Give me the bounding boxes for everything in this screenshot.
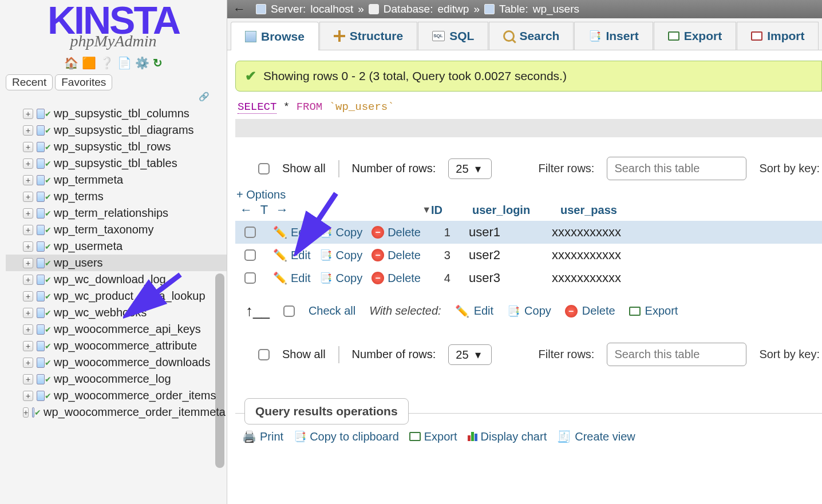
tree-item-wp_woocommerce_attribute[interactable]: +✔wp_woocommerce_attribute bbox=[6, 338, 227, 354]
tab-sql[interactable]: SQL bbox=[418, 22, 488, 50]
check-all-label[interactable]: Check all bbox=[309, 304, 355, 318]
tree-item-wp_woocommerce_log[interactable]: +✔wp_woocommerce_log bbox=[6, 371, 227, 387]
tab-browse[interactable]: Browse bbox=[231, 22, 319, 50]
chart-icon bbox=[468, 432, 477, 441]
reload-icon[interactable]: ↻ bbox=[153, 56, 163, 70]
tree-item-wp_term_relationships[interactable]: +✔wp_term_relationships bbox=[6, 205, 227, 221]
delete-action[interactable]: –Delete bbox=[372, 272, 421, 285]
tree-item-wp_supsystic_tbl_diagrams[interactable]: +✔wp_supsystic_tbl_diagrams bbox=[6, 122, 227, 138]
expand-icon[interactable]: + bbox=[23, 324, 33, 335]
copy-action[interactable]: 📑Copy bbox=[319, 226, 362, 239]
tree-item-wp_woocommerce_order_items[interactable]: +✔wp_woocommerce_order_items bbox=[6, 387, 227, 404]
tree-item-wp_woocommerce_downloads[interactable]: +✔wp_woocommerce_downloads bbox=[6, 354, 227, 371]
tree-item-wp_supsystic_tbl_tables[interactable]: +✔wp_supsystic_tbl_tables bbox=[6, 155, 227, 172]
create-view-action[interactable]: 🧾Create view bbox=[557, 430, 635, 443]
filter-input[interactable] bbox=[607, 157, 746, 180]
filter-input-2[interactable] bbox=[607, 343, 746, 366]
tree-item-wp_wc_download_log[interactable]: +✔wp_wc_download_log bbox=[6, 271, 227, 288]
options-link[interactable]: + Options bbox=[235, 186, 822, 201]
tree-item-wp_supsystic_tbl_columns[interactable]: +✔wp_supsystic_tbl_columns bbox=[6, 105, 227, 122]
delete-action[interactable]: –Delete bbox=[372, 249, 421, 262]
copy-action[interactable]: 📑Copy bbox=[319, 272, 362, 285]
chart-action[interactable]: Display chart bbox=[468, 430, 547, 443]
tab-search[interactable]: Search bbox=[489, 22, 574, 50]
tree-item-wp_users[interactable]: +✔wp_users bbox=[6, 255, 227, 271]
tab-import[interactable]: Import bbox=[737, 22, 819, 50]
favorites-button[interactable]: Favorites bbox=[55, 74, 112, 90]
search-icon bbox=[503, 30, 515, 42]
bc-sep: » bbox=[358, 3, 364, 15]
expand-icon[interactable]: + bbox=[23, 158, 33, 169]
tree-item-wp_supsystic_tbl_rows[interactable]: +✔wp_supsystic_tbl_rows bbox=[6, 138, 227, 155]
main: ← Server: localhost » Database: editwp »… bbox=[227, 0, 822, 504]
bc-table[interactable]: wp_users bbox=[533, 3, 579, 15]
tab-structure[interactable]: Structure bbox=[319, 22, 417, 50]
expand-icon[interactable]: + bbox=[23, 175, 33, 185]
num-rows-select-2[interactable]: 25 ▾ bbox=[448, 344, 491, 365]
tree-item-wp_terms[interactable]: +✔wp_terms bbox=[6, 188, 227, 205]
table-icon bbox=[37, 175, 45, 185]
expand-icon[interactable]: + bbox=[23, 341, 33, 351]
expand-icon[interactable]: + bbox=[23, 391, 33, 401]
tab-insert[interactable]: 📑Insert bbox=[574, 22, 653, 50]
recent-button[interactable]: Recent bbox=[6, 74, 53, 90]
row-checkbox[interactable] bbox=[244, 227, 256, 238]
copy-action[interactable]: 📑Copy bbox=[319, 249, 362, 262]
expand-icon[interactable]: + bbox=[23, 308, 33, 318]
expand-icon[interactable]: + bbox=[23, 374, 33, 384]
bulk-export[interactable]: Export bbox=[629, 304, 678, 318]
docs-icon[interactable]: 📄 bbox=[117, 56, 132, 70]
tree-item-wp_woocommerce_order_itemmeta[interactable]: +✔wp_woocommerce_order_itemmeta bbox=[6, 404, 227, 420]
tree-item-wp_term_taxonomy[interactable]: +✔wp_term_taxonomy bbox=[6, 221, 227, 238]
expand-icon[interactable]: + bbox=[23, 225, 33, 235]
expand-icon[interactable]: + bbox=[23, 358, 33, 368]
expand-icon[interactable]: + bbox=[23, 258, 33, 268]
delete-action[interactable]: –Delete bbox=[372, 226, 421, 239]
expand-icon[interactable]: + bbox=[23, 192, 33, 202]
expand-icon[interactable]: + bbox=[23, 109, 33, 119]
row-checkbox[interactable] bbox=[244, 272, 256, 284]
tree-item-wp_wc_webhooks[interactable]: +✔wp_wc_webhooks bbox=[6, 304, 227, 321]
back-icon[interactable]: ← bbox=[233, 2, 246, 17]
bulk-copy[interactable]: 📑Copy bbox=[507, 304, 551, 318]
col-id[interactable]: ID bbox=[431, 204, 460, 217]
tree-item-wp_termmeta[interactable]: +✔wp_termmeta bbox=[6, 172, 227, 188]
tab-export[interactable]: Export bbox=[654, 22, 737, 50]
bc-server[interactable]: localhost bbox=[310, 3, 353, 15]
logout-icon[interactable]: 🟧 bbox=[82, 56, 96, 70]
print-action[interactable]: 🖨️Print bbox=[242, 430, 283, 443]
show-all-label: Show all bbox=[282, 162, 326, 175]
tree-item-wp_wc_product_meta_lookup[interactable]: +✔wp_wc_product_meta_lookup bbox=[6, 288, 227, 304]
num-rows-select[interactable]: 25 ▾ bbox=[448, 158, 491, 179]
show-all-checkbox-2[interactable] bbox=[258, 349, 270, 360]
bulk-edit[interactable]: ✏️Edit bbox=[455, 304, 493, 318]
show-all-checkbox[interactable] bbox=[258, 163, 270, 174]
settings-icon[interactable]: ⚙️ bbox=[135, 56, 149, 70]
expand-icon[interactable]: + bbox=[23, 241, 33, 252]
edit-action[interactable]: ✏️Edit bbox=[273, 225, 310, 239]
col-user-pass[interactable]: user_pass bbox=[555, 204, 822, 217]
home-icon[interactable]: 🏠 bbox=[64, 56, 78, 70]
expand-icon[interactable]: + bbox=[23, 142, 33, 152]
copy-clipboard-action[interactable]: 📑Copy to clipboard bbox=[294, 430, 399, 443]
tree-item-wp_woocommerce_api_keys[interactable]: +✔wp_woocommerce_api_keys bbox=[6, 321, 227, 338]
expand-icon[interactable]: + bbox=[23, 125, 33, 136]
bc-db[interactable]: editwp bbox=[437, 3, 469, 15]
expand-icon[interactable]: + bbox=[23, 291, 33, 301]
tree-item-wp_usermeta[interactable]: +✔wp_usermeta bbox=[6, 238, 227, 255]
expand-icon[interactable]: + bbox=[23, 275, 33, 285]
col-user-login[interactable]: user_login bbox=[460, 204, 555, 217]
col-nav-arrows[interactable]: ← T → bbox=[236, 203, 291, 217]
table-icon bbox=[37, 241, 45, 252]
export-action[interactable]: Export bbox=[409, 430, 457, 443]
bulk-delete[interactable]: –Delete bbox=[565, 304, 615, 318]
expand-icon[interactable]: + bbox=[23, 208, 33, 219]
expand-icon[interactable]: + bbox=[23, 407, 29, 418]
check-all-checkbox[interactable] bbox=[283, 305, 295, 317]
row-checkbox[interactable] bbox=[244, 249, 256, 261]
link-icon[interactable]: 🔗 bbox=[0, 92, 227, 102]
edit-action[interactable]: ✏️Edit bbox=[273, 271, 310, 285]
sort-triangle-icon[interactable]: ▼ bbox=[422, 205, 431, 215]
edit-action[interactable]: ✏️Edit bbox=[273, 248, 310, 262]
help-icon[interactable]: ❔ bbox=[100, 56, 114, 70]
